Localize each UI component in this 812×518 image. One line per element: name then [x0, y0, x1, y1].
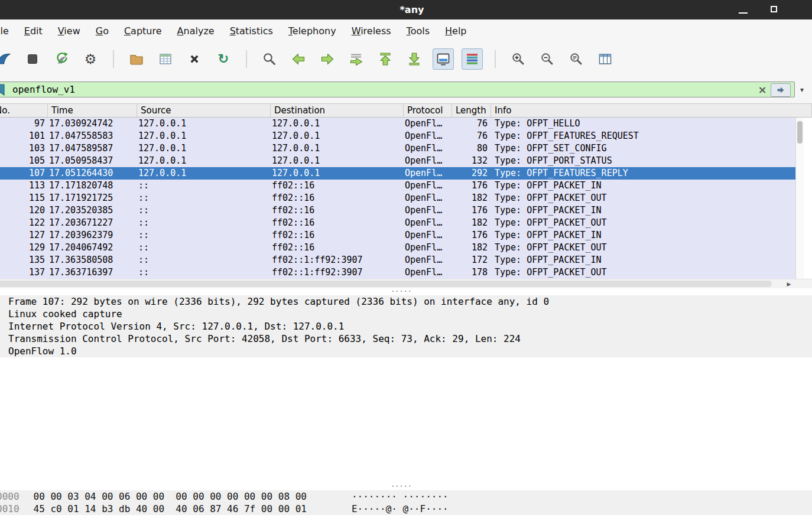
filter-bookmark-icon[interactable]: [0, 83, 7, 96]
column-header-no[interactable]: No.: [0, 104, 48, 117]
packet-list-vertical-scrollbar[interactable]: [795, 118, 804, 279]
splitter-dots-icon: ·····: [391, 485, 412, 488]
save-grid-icon: [158, 51, 173, 67]
start-capture-button[interactable]: [0, 48, 14, 70]
packet-row[interactable]: 113 17.171820748 :: ff02::16 OpenFl… 176…: [0, 180, 795, 192]
capture-options-button[interactable]: ⚙: [80, 48, 101, 70]
go-back-button[interactable]: [288, 48, 309, 70]
hex-ascii: E·····@· @··F····: [352, 503, 449, 514]
packet-row[interactable]: 122 17.203671227 :: ff02::16 OpenFl… 182…: [0, 217, 795, 229]
cell-info: Type: OFPT_PACKET_OUT: [491, 192, 795, 204]
column-header-length[interactable]: Length: [452, 104, 491, 117]
pane-splitter[interactable]: ·····: [0, 483, 812, 490]
column-header-destination[interactable]: Destination: [271, 104, 404, 117]
filter-dropdown-button[interactable]: ▾: [795, 82, 809, 97]
cell-info: Type: OFPT_PACKET_IN: [491, 180, 795, 192]
packet-detail-line[interactable]: Frame 107: 292 bytes on wire (2336 bits)…: [0, 295, 812, 308]
cell-source: ::: [137, 242, 271, 254]
menu-item[interactable]: Tools: [407, 25, 430, 37]
wireshark-window: *any FileEditViewGoCaptureAnalyzeStatist…: [0, 0, 812, 518]
save-capture-file-button[interactable]: [155, 48, 176, 70]
packet-row[interactable]: 137 17.363716397 :: ff02::1:ff92:3907 Op…: [0, 266, 795, 279]
reload-capture-button[interactable]: ↻: [213, 48, 234, 70]
cell-time: 17.047589587: [48, 142, 137, 155]
display-filter-input[interactable]: openflow_v1 ×: [0, 82, 795, 97]
restart-capture-button[interactable]: [51, 48, 72, 70]
titlebar[interactable]: *any: [0, 0, 812, 19]
menu-item[interactable]: Statistics: [230, 25, 273, 37]
packet-detail-line[interactable]: Linux cooked capture: [0, 308, 812, 320]
pane-splitter[interactable]: ·····: [0, 288, 812, 295]
menu-item[interactable]: Analyze: [177, 25, 215, 37]
cell-length: 172: [452, 254, 491, 266]
menu-item[interactable]: File: [0, 25, 9, 37]
column-header-protocol[interactable]: Protocol: [404, 104, 452, 117]
cell-destination: ff02::16: [271, 217, 404, 229]
cell-length: 76: [452, 118, 491, 130]
maximize-button[interactable]: [771, 6, 777, 12]
arrow-up-bar-icon: [378, 51, 393, 67]
cell-protocol: OpenFl…: [404, 155, 452, 167]
auto-scroll-toggle-button[interactable]: [433, 48, 454, 70]
hex-dump-row[interactable]: 001045 c0 01 14 b3 db 40 00 40 06 87 46 …: [0, 503, 812, 515]
zoom-normal-button[interactable]: [566, 48, 587, 70]
packet-row[interactable]: 107 17.051264430 127.0.0.1 127.0.0.1 Ope…: [0, 167, 795, 180]
resize-columns-button[interactable]: [595, 48, 616, 70]
cell-info: Type: OFPT_FEATURES_REPLY: [491, 167, 795, 180]
close-capture-file-button[interactable]: [184, 48, 205, 70]
magnifier-icon: [262, 51, 277, 67]
main-toolbar: ⚙ ↻: [0, 42, 812, 76]
column-header-source[interactable]: Source: [137, 104, 271, 117]
scroll-right-arrow-icon[interactable]: ▶: [784, 280, 794, 288]
clear-filter-icon[interactable]: ×: [756, 83, 768, 95]
cell-time: 17.030924742: [48, 118, 137, 130]
packet-detail-line[interactable]: Internet Protocol Version 4, Src: 127.0.…: [0, 320, 812, 333]
go-forward-button[interactable]: [317, 48, 338, 70]
vertical-scrollbar-thumb[interactable]: [797, 121, 803, 144]
go-to-first-packet-button[interactable]: [375, 48, 396, 70]
packet-row[interactable]: 103 17.047589587 127.0.0.1 127.0.0.1 Ope…: [0, 142, 795, 155]
menu-item[interactable]: Telephony: [288, 25, 336, 37]
zoom-out-button[interactable]: [537, 48, 558, 70]
find-packet-button[interactable]: [259, 48, 280, 70]
packet-row[interactable]: 101 17.047558583 127.0.0.1 127.0.0.1 Ope…: [0, 130, 795, 142]
packet-row[interactable]: 97 17.030924742 127.0.0.1 127.0.0.1 Open…: [0, 118, 795, 130]
open-capture-file-button[interactable]: [126, 48, 147, 70]
packet-row[interactable]: 135 17.363580508 :: ff02::1:ff92:3907 Op…: [0, 254, 795, 266]
cell-no: 107: [0, 167, 48, 180]
hex-dump-row[interactable]: 000000 00 03 04 00 06 00 00 00 00 00 00 …: [0, 490, 812, 503]
go-to-packet-button[interactable]: [346, 48, 367, 70]
packet-list-horizontal-scrollbar[interactable]: ▶: [0, 279, 812, 288]
cell-length: 176: [452, 180, 491, 192]
horizontal-scrollbar-thumb[interactable]: [0, 281, 772, 287]
cell-source: ::: [137, 229, 271, 242]
menu-item[interactable]: Help: [445, 25, 466, 37]
packet-detail-line[interactable]: Transmission Control Protocol, Src Port:…: [0, 333, 812, 345]
packet-row[interactable]: 115 17.171921725 :: ff02::16 OpenFl… 182…: [0, 192, 795, 204]
menu-item[interactable]: Go: [96, 25, 109, 37]
cell-length: 182: [452, 217, 491, 229]
cell-source: ::: [137, 180, 271, 192]
menu-item[interactable]: Wireless: [352, 25, 391, 37]
zoom-in-button[interactable]: [508, 48, 529, 70]
menu-item[interactable]: Edit: [24, 25, 43, 37]
cell-destination: ff02::16: [271, 242, 404, 254]
menu-item[interactable]: Capture: [124, 25, 162, 37]
packet-row[interactable]: 105 17.050958437 127.0.0.1 127.0.0.1 Ope…: [0, 155, 795, 167]
restart-fin-icon: [54, 51, 69, 67]
menu-item[interactable]: View: [58, 25, 80, 37]
cell-length: 176: [452, 204, 491, 217]
cell-no: 115: [0, 192, 48, 204]
packet-row[interactable]: 129 17.204067492 :: ff02::16 OpenFl… 182…: [0, 242, 795, 254]
column-header-info[interactable]: Info: [491, 104, 812, 117]
column-header-time[interactable]: Time: [48, 104, 137, 117]
packet-detail-line[interactable]: OpenFlow 1.0: [0, 345, 812, 357]
apply-filter-icon[interactable]: [771, 83, 791, 97]
cell-protocol: OpenFl…: [404, 217, 452, 229]
go-to-last-packet-button[interactable]: [404, 48, 425, 70]
minimize-button[interactable]: [739, 12, 748, 14]
packet-row[interactable]: 120 17.203520385 :: ff02::16 OpenFl… 176…: [0, 204, 795, 217]
stop-capture-button[interactable]: [22, 48, 43, 70]
colorize-packets-toggle-button[interactable]: [462, 48, 483, 70]
packet-row[interactable]: 127 17.203962379 :: ff02::16 OpenFl… 176…: [0, 229, 795, 242]
